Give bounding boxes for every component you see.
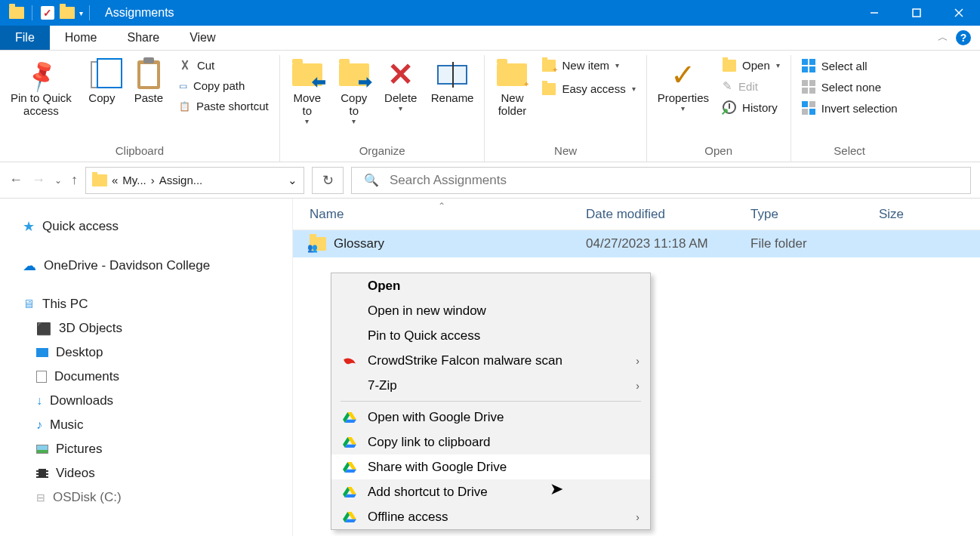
new-folder-button[interactable]: ✦ New folder <box>491 55 533 120</box>
google-drive-icon <box>343 461 356 473</box>
copy-to-button[interactable]: Copy to▾ <box>333 55 375 128</box>
context-menu-add-shortcut-drive[interactable]: Add shortcut to Drive <box>331 479 650 504</box>
collapse-ribbon-icon[interactable]: ︿ <box>938 31 948 45</box>
context-menu-copy-link[interactable]: Copy link to clipboard <box>331 430 650 454</box>
sidebar-item-documents[interactable]: Documents <box>23 365 292 389</box>
column-header-type[interactable]: Type <box>750 207 879 222</box>
breadcrumb-chevron-icon[interactable]: › <box>151 174 155 186</box>
context-menu-separator <box>341 401 641 402</box>
folder-icon <box>92 174 107 186</box>
delete-button[interactable]: ✕ Delete ▾ <box>380 55 422 116</box>
folder-icon <box>8 4 26 22</box>
close-button[interactable] <box>938 0 980 26</box>
open-button[interactable]: Open ▾ <box>718 57 784 74</box>
document-icon <box>36 371 47 383</box>
pin-to-quick-access-button[interactable]: 📌 Pin to Quick access <box>6 55 76 120</box>
chevron-right-icon: › <box>636 380 639 392</box>
context-menu-share-gdrive[interactable]: Share with Google Drive <box>331 454 650 479</box>
sort-indicator-icon: ⌃ <box>438 201 445 211</box>
folder-move-icon <box>292 63 322 86</box>
cloud-icon: ☁ <box>23 257 36 274</box>
sidebar-item-pictures[interactable]: Pictures <box>23 437 292 461</box>
scissors-icon <box>179 60 191 72</box>
context-menu-crowdstrike[interactable]: CrowdStrike Falcon malware scan› <box>331 348 650 373</box>
ribbon-group-label: Clipboard <box>6 141 273 162</box>
tab-home[interactable]: Home <box>50 26 112 50</box>
navigation-bar: ← → ⌄ ↑ « My... › Assign... ⌄ ↻ 🔍 Search… <box>0 162 980 199</box>
sidebar-item-desktop[interactable]: Desktop <box>23 340 292 365</box>
context-menu-offline-access[interactable]: Offline access› <box>331 504 650 529</box>
new-item-button[interactable]: ✦New item ▾ <box>538 57 639 74</box>
tab-share[interactable]: Share <box>112 26 174 50</box>
rename-button[interactable]: Rename <box>427 55 479 107</box>
open-folder-icon <box>723 60 736 72</box>
disk-icon: ⊟ <box>36 491 45 504</box>
invert-selection-button[interactable]: Invert selection <box>797 99 902 117</box>
refresh-button[interactable]: ↻ <box>312 167 344 194</box>
context-menu-open-new-window[interactable]: Open in new window <box>331 298 650 323</box>
context-menu: Open Open in new window Pin to Quick acc… <box>331 273 651 530</box>
sidebar-item-videos[interactable]: Videos <box>23 461 292 485</box>
up-button[interactable]: ↑ <box>71 172 78 188</box>
select-all-button[interactable]: Select all <box>797 57 902 75</box>
pc-icon: 🖥 <box>23 297 35 311</box>
ribbon-group-new: ✦ New folder ✦New item ▾ Easy access ▾ N… <box>485 55 646 162</box>
new-folder-qat-icon[interactable] <box>58 4 76 22</box>
svg-rect-1 <box>913 9 920 17</box>
help-icon[interactable]: ? <box>956 30 971 45</box>
sidebar-item-downloads[interactable]: ↓Downloads <box>23 389 292 413</box>
edit-button[interactable]: ✎Edit <box>718 77 784 95</box>
cube-icon: ⬛ <box>36 322 51 336</box>
breadcrumb-seg[interactable]: My... <box>122 174 146 186</box>
properties-qat-icon[interactable]: ✓ <box>39 4 57 22</box>
breadcrumb-seg[interactable]: Assign... <box>159 174 203 186</box>
recent-locations-dropdown[interactable]: ⌄ <box>54 175 62 186</box>
column-header-date[interactable]: Date modified <box>586 207 750 222</box>
copy-path-button[interactable]: ▭Copy path <box>174 77 273 94</box>
context-menu-open[interactable]: Open <box>331 273 650 298</box>
context-menu-7zip[interactable]: 7-Zip› <box>331 373 650 398</box>
paste-shortcut-button[interactable]: 📋Paste shortcut <box>174 97 273 115</box>
google-drive-icon <box>343 411 356 424</box>
sidebar-item-music[interactable]: ♪Music <box>23 413 292 437</box>
back-button[interactable]: ← <box>9 172 23 188</box>
column-header-name[interactable]: Name⌃ <box>310 207 586 222</box>
address-dropdown-icon[interactable]: ⌄ <box>288 174 297 187</box>
sidebar-item-this-pc[interactable]: 🖥This PC <box>23 292 292 316</box>
sidebar-item-quick-access[interactable]: ★Quick access <box>23 214 292 239</box>
quick-access-toolbar: ✓ ▾ <box>0 4 94 22</box>
history-button[interactable]: History <box>718 98 784 116</box>
minimize-button[interactable] <box>853 0 895 26</box>
sidebar-item-osdisk[interactable]: ⊟OSDisk (C:) <box>23 485 292 510</box>
properties-button[interactable]: ✓ Properties ▾ <box>653 55 713 116</box>
search-box[interactable]: 🔍 Search Assignments <box>351 167 971 194</box>
tab-view[interactable]: View <box>174 26 230 50</box>
context-menu-open-gdrive[interactable]: Open with Google Drive <box>331 405 650 430</box>
tab-file[interactable]: File <box>0 26 50 50</box>
copy-icon <box>91 61 113 88</box>
context-menu-pin-quick-access[interactable]: Pin to Quick access <box>331 323 650 348</box>
column-header-size[interactable]: Size <box>879 207 980 222</box>
copy-button[interactable]: Copy <box>81 55 123 107</box>
address-bar[interactable]: « My... › Assign... ⌄ <box>85 167 304 194</box>
sidebar-item-onedrive[interactable]: ☁OneDrive - Davidson College <box>23 253 292 279</box>
music-icon: ♪ <box>36 418 42 432</box>
cut-button[interactable]: Cut <box>174 57 273 74</box>
forward-button[interactable]: → <box>32 172 45 188</box>
crowdstrike-icon <box>343 356 356 366</box>
paste-button[interactable]: Paste <box>128 55 170 107</box>
delete-x-icon: ✕ <box>387 59 414 91</box>
maximize-button[interactable] <box>895 0 938 26</box>
move-to-button[interactable]: Move to▾ <box>286 55 328 128</box>
shared-folder-icon: 👥 <box>310 237 326 251</box>
select-none-icon <box>802 80 815 94</box>
easy-access-button[interactable]: Easy access ▾ <box>538 80 639 97</box>
breadcrumb-overflow[interactable]: « <box>112 174 118 186</box>
select-none-button[interactable]: Select none <box>797 78 902 96</box>
qat-dropdown-icon[interactable]: ▾ <box>79 9 83 17</box>
file-row[interactable]: 👥 Glossary 04/27/2023 11:18 AM File fold… <box>293 230 980 257</box>
google-drive-icon <box>343 511 356 523</box>
column-headers: Name⌃ Date modified Type Size <box>293 199 980 230</box>
sidebar-item-3d-objects[interactable]: ⬛3D Objects <box>23 316 292 340</box>
new-folder-icon: ✦ <box>497 63 527 86</box>
